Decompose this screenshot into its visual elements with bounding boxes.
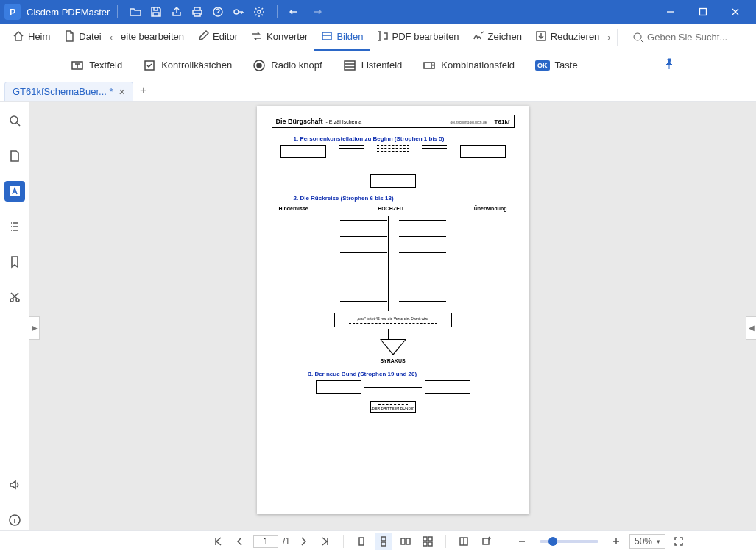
share-icon[interactable] xyxy=(166,1,187,22)
nav-home[interactable]: Heim xyxy=(6,24,57,51)
side-outline-icon[interactable] xyxy=(4,216,25,237)
chevron-right-icon[interactable]: › xyxy=(606,32,612,43)
tool-button[interactable]: OKTaste xyxy=(535,60,578,71)
doc-section2: 2. Die Rückreise (Strophen 6 bis 18) xyxy=(294,195,515,202)
page-first-icon[interactable] xyxy=(209,533,227,550)
rotate-icon[interactable] xyxy=(477,533,495,550)
nav-edit-pdf-label: PDF bearbeiten xyxy=(392,31,459,42)
tab-close-icon[interactable]: × xyxy=(119,87,125,97)
zoom-slider-knob[interactable] xyxy=(548,537,557,546)
title-bar: P Cisdem PDFMaster xyxy=(0,0,756,24)
fullscreen-icon[interactable] xyxy=(670,533,688,550)
side-bookmark-icon[interactable] xyxy=(4,252,25,272)
search-icon xyxy=(632,32,644,43)
zoom-out-icon[interactable] xyxy=(513,533,531,550)
svg-point-1 xyxy=(234,10,239,14)
svg-rect-20 xyxy=(381,542,386,546)
help-icon[interactable] xyxy=(208,1,228,22)
nav-file[interactable]: Datei xyxy=(57,24,107,51)
doc-source: deutschunddeutlich.de xyxy=(451,120,487,124)
page-prev-icon[interactable] xyxy=(231,533,249,550)
app-logo: P xyxy=(4,4,21,20)
search-input[interactable] xyxy=(644,29,750,46)
view-two-cont-icon[interactable] xyxy=(419,533,437,550)
save-icon[interactable] xyxy=(146,1,166,22)
search-box[interactable] xyxy=(632,29,750,46)
tool-listbox[interactable]: Listenfeld xyxy=(343,59,403,72)
close-button[interactable] xyxy=(719,0,752,24)
svg-rect-22 xyxy=(406,538,410,544)
svg-rect-18 xyxy=(359,538,364,545)
canvas[interactable]: ▶ ◀ Die Bürgschaft - Erzählschema deutsc… xyxy=(29,102,756,530)
view-two-icon[interactable] xyxy=(397,533,414,550)
svg-rect-26 xyxy=(428,542,432,546)
tool-checkbox[interactable]: Kontrollkästchen xyxy=(143,59,232,72)
svg-rect-11 xyxy=(345,61,355,70)
nav-form-label: Bilden xyxy=(336,31,363,42)
form-toolbar: Textfeld Kontrollkästchen Radio knopf Li… xyxy=(0,51,756,79)
undo-icon[interactable] xyxy=(285,1,305,22)
maximize-button[interactable] xyxy=(687,0,719,24)
pdf-page: Die Bürgschaft - Erzählschema deutschund… xyxy=(257,106,529,514)
side-cut-icon[interactable] xyxy=(4,287,25,308)
page-last-icon[interactable] xyxy=(317,533,334,550)
side-text-icon[interactable] xyxy=(4,181,25,202)
side-search-icon[interactable] xyxy=(4,110,25,131)
open-icon[interactable] xyxy=(125,1,146,22)
view-single-icon[interactable] xyxy=(353,533,370,550)
nav-form[interactable]: Bilden xyxy=(314,24,370,51)
tool-textfield[interactable]: Textfeld xyxy=(71,59,122,72)
page-input[interactable] xyxy=(253,535,278,548)
read-mode-icon[interactable] xyxy=(455,533,473,550)
tool-listbox-label: Listenfeld xyxy=(361,60,403,71)
nav-sign[interactable]: Zeichen xyxy=(466,24,529,51)
new-tab-button[interactable]: + xyxy=(133,79,154,101)
doc-col-right: Überwindung xyxy=(474,206,507,211)
doc-note: „und" leitet 45 mal die Verse ein. Damit… xyxy=(357,316,428,321)
chevron-left-icon[interactable]: ‹ xyxy=(108,32,114,43)
nav-converter[interactable]: Konverter xyxy=(244,24,314,51)
nav-editor[interactable]: Editor xyxy=(191,24,244,51)
redo-icon[interactable] xyxy=(305,1,326,22)
doc-col-left: Hindernisse xyxy=(279,206,308,211)
side-sound-icon[interactable] xyxy=(4,474,25,495)
page-total: /1 xyxy=(283,536,290,547)
chevron-down-icon: ▾ xyxy=(657,538,660,545)
left-panel-toggle[interactable]: ▶ xyxy=(29,316,40,340)
page-next-icon[interactable] xyxy=(294,533,312,550)
side-info-icon[interactable] xyxy=(4,510,25,530)
svg-rect-21 xyxy=(401,538,405,544)
key-icon[interactable] xyxy=(228,1,249,22)
settings-icon[interactable] xyxy=(249,1,269,22)
svg-point-13 xyxy=(10,116,18,124)
svg-point-16 xyxy=(16,299,19,302)
svg-rect-4 xyxy=(322,32,331,40)
nav-edit-page[interactable]: eite bearbeiten xyxy=(114,24,191,51)
workspace: ▶ ◀ Die Bürgschaft - Erzählschema deutsc… xyxy=(0,102,756,530)
doc-col-mid: HOCHZEIT xyxy=(378,206,404,211)
zoom-select[interactable]: 50%▾ xyxy=(629,534,665,549)
nav-reduce[interactable]: Reduzieren xyxy=(529,24,607,51)
view-continuous-icon[interactable] xyxy=(375,533,392,550)
nav-file-label: Datei xyxy=(79,31,101,42)
tab-strip: GT61kfSchemaBuer... * × + xyxy=(0,79,756,102)
ok-icon: OK xyxy=(535,60,550,71)
zoom-slider[interactable] xyxy=(540,540,598,543)
doc-title: Die Bürgschaft xyxy=(276,118,323,125)
zoom-value: 50% xyxy=(635,536,652,547)
tool-button-label: Taste xyxy=(555,60,578,71)
right-panel-toggle[interactable]: ◀ xyxy=(746,316,756,340)
document-tab[interactable]: GT61kfSchemaBuer... * × xyxy=(4,82,133,101)
nav-edit-pdf[interactable]: PDF bearbeiten xyxy=(370,24,466,51)
print-icon[interactable] xyxy=(187,1,208,22)
doc-section1: 1. Personenkonstellation zu Beginn (Stro… xyxy=(294,135,515,142)
tool-radio[interactable]: Radio knopf xyxy=(252,59,322,72)
svg-rect-24 xyxy=(428,537,432,541)
svg-rect-25 xyxy=(423,542,427,546)
tool-combobox[interactable]: Kombinationsfeld xyxy=(423,59,515,72)
minimize-button[interactable] xyxy=(654,0,687,24)
nav-editor-label: Editor xyxy=(213,31,238,42)
side-page-icon[interactable] xyxy=(4,146,25,166)
pin-icon[interactable] xyxy=(663,58,675,72)
zoom-in-icon[interactable] xyxy=(607,533,625,550)
